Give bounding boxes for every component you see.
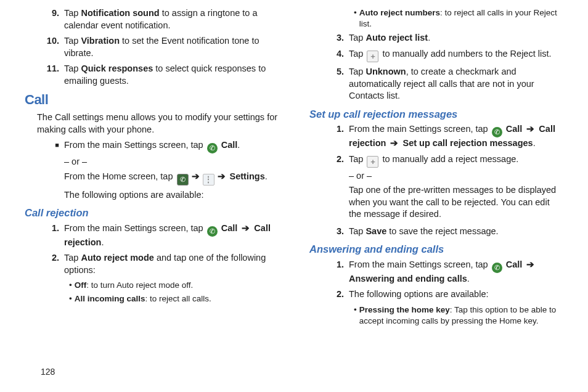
option-auto-reject-numbers: • Auto reject numbers: to reject all cal… bbox=[309, 7, 563, 30]
home-alt: From the Home screen, tap ✆➔⋮➔ Settings. bbox=[64, 171, 279, 186]
left-column: 9. Tap Notification sound to assign a ri… bbox=[25, 7, 279, 329]
step-9: 9. Tap Notification sound to assign a ri… bbox=[25, 7, 279, 31]
options-available-text: The following options are available: bbox=[64, 189, 279, 202]
step-4: 4. Tap + to manually add numbers to the … bbox=[309, 48, 563, 62]
bullet-body: From the main Settings screen, tap ✆ Cal… bbox=[64, 139, 279, 201]
step-body: Tap Notification sound to assign a ringt… bbox=[64, 7, 279, 31]
step-5: 5. Tap Unknown, to create a checkmark an… bbox=[309, 66, 563, 102]
call-intro-text: The Call settings menu allows you to mod… bbox=[37, 112, 279, 136]
step-body: Tap Auto reject list. bbox=[349, 32, 563, 44]
or-text: – or – bbox=[64, 156, 279, 168]
arrow-icon: ➔ bbox=[390, 137, 398, 150]
bullet-dot-icon: • bbox=[354, 7, 357, 30]
option-home-key: • Pressing the home key: Tap this option… bbox=[309, 304, 563, 327]
step-number: 1. bbox=[43, 223, 59, 249]
arrow-icon: ➔ bbox=[526, 259, 534, 271]
heading-answering-ending: Answering and ending calls bbox=[309, 242, 563, 256]
step-body: Tap Unknown, to create a checkmark and a… bbox=[349, 66, 563, 102]
msg-step-2: 2. Tap + to manually add a reject messag… bbox=[309, 153, 563, 221]
step-number: 9. bbox=[43, 7, 59, 31]
page-number: 128 bbox=[41, 367, 55, 377]
step-body: Tap Vibration to set the Event notificat… bbox=[64, 35, 279, 59]
step-body: The following options are available: bbox=[349, 288, 563, 301]
step-body: From the main Settings screen, tap ✆ Cal… bbox=[64, 223, 279, 249]
step-number: 2. bbox=[328, 153, 344, 221]
phone-circle-icon: ✆ bbox=[207, 226, 218, 237]
call-main-bullet: ■ From the main Settings screen, tap ✆ C… bbox=[25, 139, 279, 201]
step-body: Tap Quick responses to select quick resp… bbox=[64, 63, 279, 87]
step-number: 10. bbox=[43, 35, 59, 59]
heading-call: Call bbox=[25, 91, 279, 109]
step-body: Tap + to manually add a reject message. … bbox=[349, 153, 563, 221]
ans-step-2: 2. The following options are available: bbox=[309, 288, 563, 301]
step-number: 5. bbox=[328, 66, 344, 102]
phone-circle-icon: ✆ bbox=[492, 263, 502, 273]
step-number: 2. bbox=[328, 288, 344, 301]
menu-icon: ⋮ bbox=[203, 174, 214, 186]
square-bullet-icon: ■ bbox=[43, 141, 59, 201]
option-all-incoming: • All incoming calls: to reject all call… bbox=[25, 293, 279, 304]
step-body: Tap Auto reject mode and tap one of the … bbox=[64, 252, 279, 276]
phone-square-icon: ✆ bbox=[177, 174, 189, 186]
msg-step-3: 3. Tap Save to save the reject message. bbox=[309, 226, 563, 238]
step-body: Tap + to manually add numbers to the Rej… bbox=[349, 48, 563, 62]
step-body: From the main Settings screen, tap ✆ Cal… bbox=[349, 123, 563, 150]
step-number: 11. bbox=[43, 63, 59, 87]
step-number: 1. bbox=[328, 259, 344, 285]
step-number: 3. bbox=[328, 32, 344, 44]
arrow-icon: ➔ bbox=[526, 123, 534, 136]
arrow-icon: ➔ bbox=[192, 171, 200, 183]
heading-call-rejection: Call rejection bbox=[25, 206, 279, 219]
rejection-step-2: 2. Tap Auto reject mode and tap one of t… bbox=[25, 252, 279, 276]
arrow-icon: ➔ bbox=[218, 171, 226, 183]
step-body: From the main Settings screen, tap ✆ Cal… bbox=[349, 259, 563, 285]
ans-step-1: 1. From the main Settings screen, tap ✆ … bbox=[309, 259, 563, 285]
arrow-icon: ➔ bbox=[242, 223, 250, 235]
bullet-dot-icon: • bbox=[69, 293, 72, 304]
step-number: 2. bbox=[43, 252, 59, 276]
msg-step-1: 1. From the main Settings screen, tap ✆ … bbox=[309, 123, 563, 150]
step-number: 1. bbox=[328, 123, 344, 150]
step-10: 10. Tap Vibration to set the Event notif… bbox=[25, 35, 279, 59]
bullet-dot-icon: • bbox=[354, 304, 357, 327]
page: 9. Tap Notification sound to assign a ri… bbox=[0, 0, 588, 329]
phone-circle-icon: ✆ bbox=[492, 127, 502, 137]
step-11: 11. Tap Quick responses to select quick … bbox=[25, 63, 279, 87]
bullet-dot-icon: • bbox=[69, 280, 72, 291]
option-off: • Off: to turn Auto reject mode off. bbox=[25, 280, 279, 291]
step-3: 3. Tap Auto reject list. bbox=[309, 32, 563, 44]
step-number: 3. bbox=[328, 226, 344, 238]
or-text: – or – bbox=[349, 170, 563, 182]
step-body: Tap Save to save the reject message. bbox=[349, 226, 563, 238]
step-number: 4. bbox=[328, 48, 344, 62]
plus-icon: + bbox=[367, 51, 378, 62]
right-column: • Auto reject numbers: to reject all cal… bbox=[309, 7, 563, 329]
rejection-step-1: 1. From the main Settings screen, tap ✆ … bbox=[25, 223, 279, 249]
phone-circle-icon: ✆ bbox=[207, 143, 218, 153]
heading-rejection-messages: Set up call rejection messages bbox=[309, 107, 563, 121]
plus-icon: + bbox=[367, 156, 378, 168]
prewritten-text: Tap one of the pre-written messages to b… bbox=[349, 184, 563, 221]
